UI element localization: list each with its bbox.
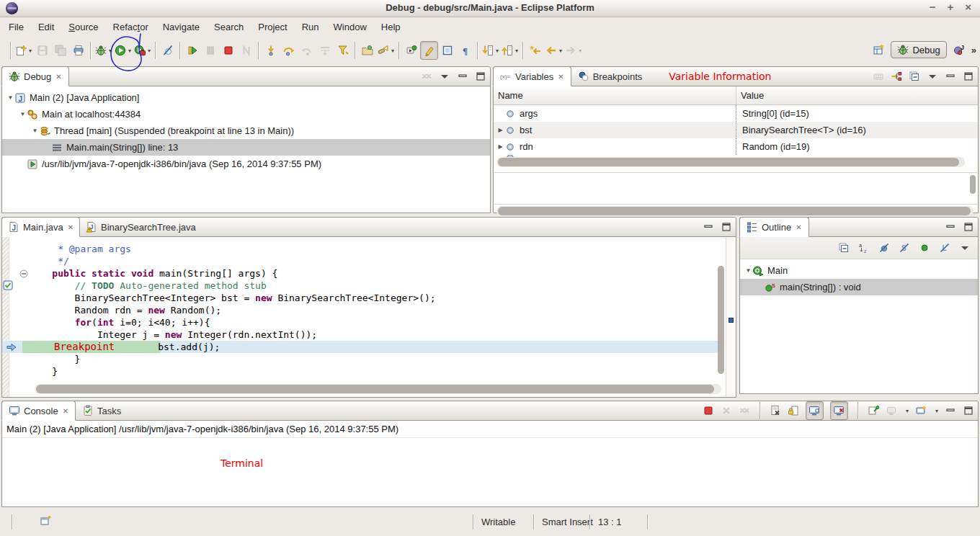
- external-tools-button[interactable]: ▾: [133, 41, 152, 60]
- minimize-button[interactable]: [945, 221, 956, 233]
- disconnect-button[interactable]: [237, 41, 255, 60]
- dropdown-arrow-icon[interactable]: ▾: [579, 48, 582, 54]
- editor-tab-binarysearchtree-java[interactable]: JBinarySearchTree.java: [80, 218, 202, 236]
- open-task-button[interactable]: [358, 41, 376, 60]
- menu-edit[interactable]: Edit: [31, 19, 61, 35]
- show-stdout-button[interactable]: [806, 401, 824, 420]
- debug-tree-row[interactable]: ▼Main at localhost:44384: [2, 106, 490, 122]
- collapse-all-button[interactable]: [838, 242, 850, 254]
- remove-all-terminated-button[interactable]: [421, 71, 432, 82]
- last-edit-location-button[interactable]: [526, 41, 544, 60]
- forward-button[interactable]: ▾: [564, 41, 583, 60]
- tab-debug[interactable]: Debug ✕: [1, 66, 69, 86]
- view-menu-button[interactable]: [927, 71, 938, 82]
- skip-all-breakpoints-button[interactable]: [159, 41, 177, 60]
- show-stderr-button[interactable]: [830, 401, 848, 420]
- dropdown-arrow-icon[interactable]: ▾: [128, 48, 131, 54]
- close-tab-icon[interactable]: ✕: [796, 223, 801, 231]
- maximize-window-button[interactable]: +: [947, 1, 953, 13]
- column-header-value[interactable]: Value: [736, 86, 768, 104]
- display-selected-console-button[interactable]: [886, 405, 897, 416]
- save-all-button[interactable]: [51, 41, 69, 60]
- dropdown-arrow-icon[interactable]: ▾: [109, 48, 112, 54]
- drop-to-frame-button[interactable]: [316, 41, 334, 60]
- next-annotation-button[interactable]: ▾: [481, 41, 500, 60]
- debug-button[interactable]: ▾: [94, 41, 113, 60]
- outline-row[interactable]: ▼Main: [740, 262, 978, 279]
- maximize-button[interactable]: [475, 71, 486, 82]
- menu-project[interactable]: Project: [251, 19, 294, 35]
- dropdown-arrow-icon[interactable]: ▾: [559, 48, 562, 54]
- perspective-java-button[interactable]: J: [953, 44, 965, 55]
- code-line[interactable]: }: [2, 353, 724, 365]
- minimize-button[interactable]: [945, 405, 956, 416]
- variable-detail-pane[interactable]: [494, 172, 977, 205]
- open-perspective-button[interactable]: [873, 44, 884, 55]
- use-step-filters-button[interactable]: [334, 41, 352, 60]
- collapse-all-button[interactable]: [909, 71, 920, 82]
- instruction-pointer-icon[interactable]: [6, 342, 17, 354]
- detail-vscrollbar[interactable]: [970, 175, 976, 194]
- fold-collapse-icon[interactable]: [19, 269, 28, 281]
- hide-static-members-button[interactable]: S: [899, 242, 910, 254]
- maximize-button[interactable]: [963, 405, 974, 416]
- debug-tree-row[interactable]: ▼Thread [main] (Suspended (breakpoint at…: [2, 122, 490, 139]
- code-line[interactable]: Random rdn = new Random();: [2, 304, 724, 316]
- overview-occurrence-marker[interactable]: [729, 318, 734, 323]
- terminate-button[interactable]: [703, 405, 714, 416]
- code-line[interactable]: Breakpoint bst.add(j);: [2, 341, 724, 353]
- minimize-button[interactable]: [703, 221, 714, 233]
- mark-occurrences-button[interactable]: [420, 41, 438, 60]
- variable-row[interactable]: ▶rdnRandom (id=19): [494, 138, 978, 155]
- show-logical-structure-button[interactable]: [891, 71, 902, 82]
- show-type-names-button[interactable]: [873, 71, 884, 82]
- dropdown-arrow-icon[interactable]: ▾: [29, 48, 32, 54]
- remove-launch-button[interactable]: [721, 405, 732, 416]
- save-button[interactable]: [33, 41, 51, 60]
- variables-bottom-hscrollbar[interactable]: [496, 206, 974, 216]
- expander-open-icon[interactable]: ▼: [31, 128, 39, 134]
- fast-view-button[interactable]: [40, 515, 51, 527]
- scroll-lock-button[interactable]: [788, 405, 799, 416]
- menu-navigate[interactable]: Navigate: [156, 19, 207, 35]
- terminate-button[interactable]: [219, 41, 237, 60]
- view-menu-button[interactable]: [959, 242, 971, 254]
- close-tab-icon[interactable]: ✕: [558, 73, 564, 81]
- open-element-button[interactable]: [402, 41, 420, 60]
- dropdown-arrow-icon[interactable]: ▾: [906, 408, 909, 414]
- debug-tree-row[interactable]: Main.main(String[]) line: 13: [2, 139, 490, 156]
- expander-open-icon[interactable]: ▼: [6, 94, 14, 101]
- editor-tab-main-java[interactable]: JMain.java✕: [1, 217, 80, 237]
- hide-non-public-members-button[interactable]: [919, 242, 930, 254]
- resume-button[interactable]: [183, 41, 201, 60]
- variables-hscrollbar[interactable]: [496, 157, 965, 167]
- expander-open-icon[interactable]: ▼: [19, 111, 27, 117]
- debug-tree-row[interactable]: ▼JMain (2) [Java Application]: [2, 89, 490, 106]
- maximize-button[interactable]: [963, 71, 974, 82]
- search-button[interactable]: ▾: [376, 41, 396, 60]
- expander-open-icon[interactable]: ▼: [744, 267, 752, 274]
- back-button[interactable]: ▾: [544, 41, 564, 60]
- close-tab-icon[interactable]: ✕: [68, 223, 74, 231]
- run-button[interactable]: ▾: [113, 41, 133, 60]
- column-header-name[interactable]: Name: [494, 86, 736, 104]
- expander-closed-icon[interactable]: ▶: [496, 127, 504, 133]
- menu-search[interactable]: Search: [207, 19, 251, 35]
- hide-fields-button[interactable]: [878, 242, 890, 254]
- menu-file[interactable]: File: [1, 19, 31, 35]
- minimize-button[interactable]: [945, 71, 956, 82]
- editor-vscrollbar[interactable]: [718, 266, 724, 374]
- step-into-button[interactable]: [262, 41, 280, 60]
- dropdown-arrow-icon[interactable]: ▾: [496, 48, 499, 54]
- outline-row[interactable]: Smain(String[]) : void: [740, 279, 978, 295]
- menu-source[interactable]: Source: [61, 19, 105, 35]
- tab-outline[interactable]: Outline ✕: [739, 217, 809, 237]
- menu-run[interactable]: Run: [295, 19, 326, 35]
- expander-closed-icon[interactable]: ▶: [496, 143, 504, 150]
- code-line[interactable]: for(int i=0; i<40; i++){: [2, 316, 724, 329]
- variable-row[interactable]: ▶bstBinarySearchTree<T> (id=16): [494, 122, 978, 138]
- dropdown-arrow-icon[interactable]: ▾: [148, 48, 151, 54]
- new-wizard-button[interactable]: ▾: [14, 41, 33, 60]
- previous-annotation-button[interactable]: ▾: [500, 41, 520, 60]
- close-tab-icon[interactable]: ✕: [63, 407, 68, 415]
